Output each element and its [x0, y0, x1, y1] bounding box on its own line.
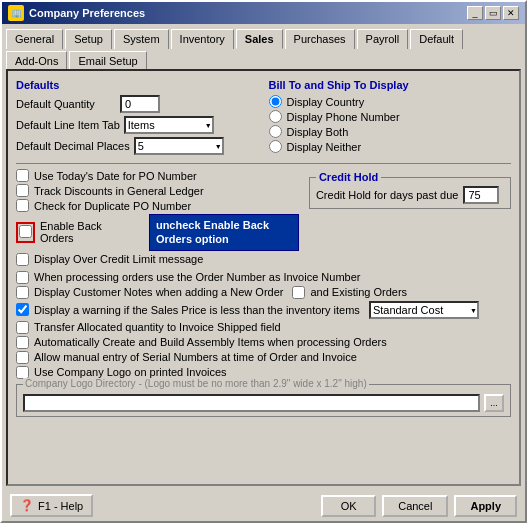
quantity-input[interactable] — [120, 95, 160, 113]
cb-auto-create: Automatically Create and Build Assembly … — [16, 336, 511, 349]
radio-display-country-label: Display Country — [287, 96, 365, 108]
cb-auto-create-input[interactable] — [16, 336, 29, 349]
cb-enable-back-orders-input[interactable] — [19, 225, 32, 238]
cancel-button[interactable]: Cancel — [382, 495, 448, 517]
decimal-select[interactable]: 5 0 1 2 3 4 — [134, 137, 224, 155]
logo-path-input[interactable] — [23, 394, 480, 412]
cb-today-date-label: Use Today's Date for PO Number — [34, 170, 197, 182]
cb-serial-numbers-input[interactable] — [16, 351, 29, 364]
decimal-row: Default Decimal Places 5 0 1 2 3 4 — [16, 137, 259, 155]
cb-over-credit: Display Over Credit Limit message — [16, 253, 299, 266]
logo-title: Company Logo Directory - (Logo must be n… — [23, 378, 369, 389]
credit-hold-title: Credit Hold — [316, 171, 381, 183]
radio-display-country-input[interactable] — [269, 95, 282, 108]
main-window: 🏢 Company Preferences _ ▭ ✕ General Setu… — [0, 0, 527, 523]
window-title: Company Preferences — [29, 7, 145, 19]
tab-sales[interactable]: Sales — [236, 29, 283, 49]
help-label: F1 - Help — [38, 500, 83, 512]
cb-duplicate-po-input[interactable] — [16, 199, 29, 212]
middle-row: Use Today's Date for PO Number Track Dis… — [16, 169, 511, 268]
line-item-select[interactable]: Items — [124, 116, 214, 134]
default-quantity-row: Default Quantity — [16, 95, 259, 113]
processing-section: When processing orders use the Order Num… — [16, 271, 511, 379]
left-checkboxes: Use Today's Date for PO Number Track Dis… — [16, 169, 299, 268]
radio-display-phone: Display Phone Number — [269, 110, 512, 123]
content-area: Defaults Default Quantity Default Line I… — [6, 69, 521, 486]
cb-track-discounts-input[interactable] — [16, 184, 29, 197]
cb-order-number-label: When processing orders use the Order Num… — [34, 271, 360, 283]
standard-cost-wrapper: Standard Cost Average Cost — [369, 301, 479, 319]
radio-display-neither-label: Display Neither — [287, 141, 362, 153]
quantity-label: Default Quantity — [16, 98, 116, 110]
cb-order-number-invoice: When processing orders use the Order Num… — [16, 271, 511, 284]
minimize-button[interactable]: _ — [467, 6, 483, 20]
logo-section: Company Logo Directory - (Logo must be n… — [16, 384, 511, 417]
bill-to-section: Bill To and Ship To Display Display Coun… — [269, 79, 512, 158]
radio-display-country: Display Country — [269, 95, 512, 108]
app-icon: 🏢 — [8, 5, 24, 21]
line-item-label: Default Line Item Tab — [16, 119, 120, 131]
cb-serial-numbers: Allow manual entry of Serial Numbers at … — [16, 351, 511, 364]
tab-inventory[interactable]: Inventory — [171, 29, 234, 49]
cb-today-date-input[interactable] — [16, 169, 29, 182]
top-row: Defaults Default Quantity Default Line I… — [16, 79, 511, 158]
close-button[interactable]: ✕ — [503, 6, 519, 20]
restore-button[interactable]: ▭ — [485, 6, 501, 20]
cb-over-credit-input[interactable] — [16, 253, 29, 266]
title-bar: 🏢 Company Preferences _ ▭ ✕ — [2, 2, 525, 24]
cb-company-logo-label: Use Company Logo on printed Invoices — [34, 366, 227, 378]
radio-display-both: Display Both — [269, 125, 512, 138]
title-buttons: _ ▭ ✕ — [467, 6, 519, 20]
bill-to-label: Bill To and Ship To Display — [269, 79, 512, 91]
tab-system[interactable]: System — [114, 29, 169, 49]
standard-cost-select[interactable]: Standard Cost Average Cost — [369, 301, 479, 319]
logo-input-row: ... — [23, 394, 504, 412]
radio-display-phone-label: Display Phone Number — [287, 111, 400, 123]
credit-days-input[interactable] — [463, 186, 499, 204]
title-bar-left: 🏢 Company Preferences — [8, 5, 145, 21]
help-button[interactable]: ❓ F1 - Help — [10, 494, 93, 517]
radio-display-both-input[interactable] — [269, 125, 282, 138]
tab-purchases[interactable]: Purchases — [285, 29, 355, 49]
radio-display-phone-input[interactable] — [269, 110, 282, 123]
logo-browse-button[interactable]: ... — [484, 394, 504, 412]
tab-email-setup[interactable]: Email Setup — [69, 51, 146, 70]
divider-1 — [16, 163, 511, 164]
cb-customer-notes: Display Customer Notes when adding a New… — [16, 286, 511, 299]
highlight-box: uncheck Enable Back Orders option — [149, 214, 299, 251]
enable-back-outline — [16, 222, 35, 243]
cb-duplicate-po: Check for Duplicate PO Number — [16, 199, 299, 212]
tab-payroll[interactable]: Payroll — [357, 29, 409, 49]
line-item-select-wrapper: Items — [124, 116, 214, 134]
cb-sales-price-warning: Display a warning if the Sales Price is … — [16, 301, 511, 319]
cb-serial-numbers-label: Allow manual entry of Serial Numbers at … — [34, 351, 357, 363]
cb-enable-back-orders-row: Enable Back Orders uncheck Enable Back O… — [16, 214, 299, 251]
cb-existing-orders-label: and Existing Orders — [310, 286, 407, 298]
cb-auto-create-label: Automatically Create and Build Assembly … — [34, 336, 387, 348]
cb-existing-orders-input[interactable] — [292, 286, 305, 299]
decimal-select-wrapper: 5 0 1 2 3 4 — [134, 137, 224, 155]
help-icon: ❓ — [20, 499, 34, 512]
defaults-label: Defaults — [16, 79, 259, 91]
defaults-section: Defaults Default Quantity Default Line I… — [16, 79, 259, 158]
line-item-row: Default Line Item Tab Items — [16, 116, 259, 134]
cb-transfer-allocated: Transfer Allocated quantity to Invoice S… — [16, 321, 511, 334]
tab-general[interactable]: General — [6, 29, 63, 49]
cb-sales-price-input[interactable] — [16, 303, 29, 316]
radio-display-neither-input[interactable] — [269, 140, 282, 153]
tab-setup[interactable]: Setup — [65, 29, 112, 49]
tab-default[interactable]: Default — [410, 29, 463, 49]
cb-order-number-input[interactable] — [16, 271, 29, 284]
tab-addons[interactable]: Add-Ons — [6, 51, 67, 70]
credit-row: Credit Hold for days past due — [316, 186, 504, 204]
footer: ❓ F1 - Help OK Cancel Apply — [2, 490, 525, 521]
footer-right: OK Cancel Apply — [321, 495, 517, 517]
cb-track-discounts-label: Track Discounts in General Ledger — [34, 185, 204, 197]
cb-customer-notes-input[interactable] — [16, 286, 29, 299]
apply-button[interactable]: Apply — [454, 495, 517, 517]
cb-over-credit-label: Display Over Credit Limit message — [34, 253, 203, 265]
cb-customer-notes-label: Display Customer Notes when adding a New… — [34, 286, 283, 298]
cb-transfer-input[interactable] — [16, 321, 29, 334]
tabs-bar: General Setup System Inventory Sales Pur… — [2, 24, 525, 69]
ok-button[interactable]: OK — [321, 495, 376, 517]
